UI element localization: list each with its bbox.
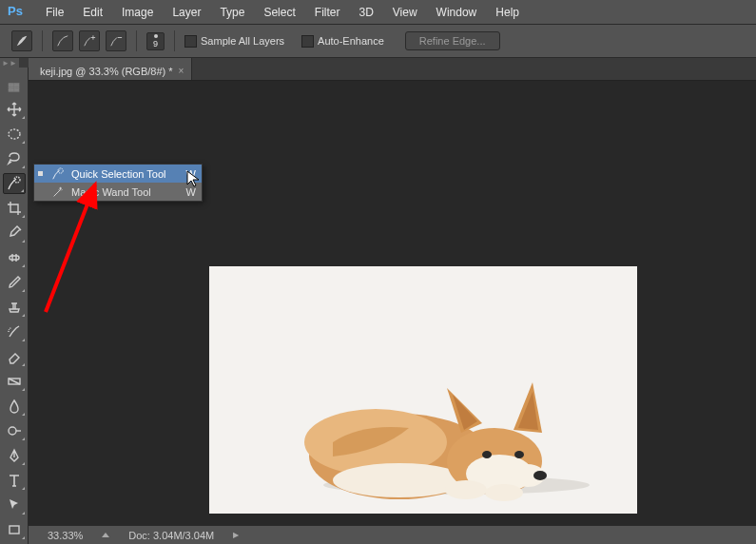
history-brush-tool[interactable] <box>3 321 26 342</box>
menu-filter[interactable]: Filter <box>305 2 350 23</box>
eyedropper-tool[interactable] <box>3 223 26 243</box>
tab-title: keji.jpg @ 33.3% (RGB/8#) * <box>40 66 173 77</box>
quick-selection-icon <box>50 167 66 181</box>
subtract-selection-icon[interactable] <box>106 30 126 51</box>
lasso-tool[interactable] <box>3 148 26 169</box>
document-tabbar: keji.jpg @ 33.3% (RGB/8#) * × <box>0 58 756 81</box>
options-bar: 9 Sample All Layers Auto-Enhance Refine … <box>0 25 756 58</box>
tool-preset-picker[interactable] <box>11 30 32 51</box>
svg-rect-2 <box>10 256 19 260</box>
flyout-label: Magic Wand Tool <box>71 186 181 198</box>
status-bar: 33.33% Doc: 3.04M/3.04M ▶ <box>29 525 756 544</box>
marquee-tool[interactable] <box>3 124 26 145</box>
menu-layer[interactable]: Layer <box>163 2 210 23</box>
flyout-label: Quick Selection Tool <box>71 168 181 180</box>
menu-type[interactable]: Type <box>210 2 254 23</box>
gradient-tool[interactable] <box>3 371 26 392</box>
eraser-tool[interactable] <box>3 346 26 367</box>
refine-edge-button[interactable]: Refine Edge... <box>405 31 500 50</box>
add-selection-icon[interactable] <box>79 30 100 51</box>
blur-tool[interactable] <box>3 396 26 417</box>
cursor-pointer-icon <box>186 170 202 189</box>
svg-point-16 <box>514 451 524 458</box>
checkbox-icon[interactable] <box>301 35 314 48</box>
quick-selection-tool[interactable] <box>3 173 26 194</box>
move-tool[interactable] <box>3 99 26 120</box>
zoom-stepper-icon[interactable] <box>102 533 109 537</box>
path-selection-tool[interactable] <box>3 495 26 515</box>
sample-all-layers-label: Sample All Layers <box>201 35 284 47</box>
close-icon[interactable]: × <box>179 66 184 76</box>
svg-point-4 <box>9 427 16 435</box>
auto-enhance-option[interactable]: Auto-Enhance <box>301 35 384 48</box>
healing-brush-tool[interactable] <box>3 247 26 268</box>
rectangle-tool[interactable] <box>3 519 26 540</box>
brush-size-picker[interactable]: 9 <box>146 32 165 50</box>
menu-3d[interactable]: 3D <box>349 2 382 23</box>
canvas-area[interactable] <box>29 81 756 525</box>
brush-tool[interactable] <box>3 272 26 293</box>
magic-wand-icon <box>50 185 66 199</box>
auto-enhance-label: Auto-Enhance <box>318 35 384 47</box>
dodge-tool[interactable] <box>3 420 26 441</box>
doc-size: Doc: 3.04M/3.04M <box>128 530 214 541</box>
svg-point-0 <box>9 129 20 139</box>
tool-flyout-menu: Quick Selection Tool W Magic Wand Tool W <box>33 164 203 202</box>
svg-point-15 <box>482 451 492 458</box>
panel-collapse-handle[interactable]: ►► <box>0 58 19 68</box>
svg-point-18 <box>485 484 523 501</box>
menubar: Ps File Edit Image Layer Type Select Fil… <box>0 0 756 25</box>
pen-tool[interactable] <box>3 445 26 466</box>
menu-view[interactable]: View <box>383 2 427 23</box>
document-canvas[interactable] <box>209 266 637 514</box>
svg-rect-5 <box>10 526 19 534</box>
document-tab[interactable]: keji.jpg @ 33.3% (RGB/8#) * × <box>29 58 192 80</box>
new-selection-icon[interactable] <box>52 30 73 51</box>
chevron-right-icon[interactable]: ▶ <box>233 531 239 539</box>
menu-image[interactable]: Image <box>112 2 163 23</box>
flyout-item-magic-wand[interactable]: Magic Wand Tool W <box>34 183 202 201</box>
brush-size-value: 9 <box>153 39 158 49</box>
tools-panel: ▓▓ <box>0 68 29 544</box>
zoom-level[interactable]: 33.33% <box>48 530 83 541</box>
flyout-item-quick-selection[interactable]: Quick Selection Tool W <box>34 165 202 183</box>
menu-help[interactable]: Help <box>486 2 529 23</box>
panel-grip[interactable]: ▓▓ <box>9 83 20 91</box>
sample-all-layers-option[interactable]: Sample All Layers <box>184 35 284 48</box>
svg-point-17 <box>445 480 487 499</box>
svg-point-14 <box>533 471 547 480</box>
menu-file[interactable]: File <box>36 2 73 23</box>
checkbox-icon[interactable] <box>184 35 197 48</box>
selected-indicator <box>38 171 43 176</box>
clone-stamp-tool[interactable] <box>3 297 26 318</box>
menu-edit[interactable]: Edit <box>73 2 112 23</box>
menu-select[interactable]: Select <box>254 2 304 23</box>
type-tool[interactable] <box>3 470 26 491</box>
crop-tool[interactable] <box>3 198 26 219</box>
app-logo: Ps <box>8 4 27 21</box>
menu-window[interactable]: Window <box>427 2 487 23</box>
